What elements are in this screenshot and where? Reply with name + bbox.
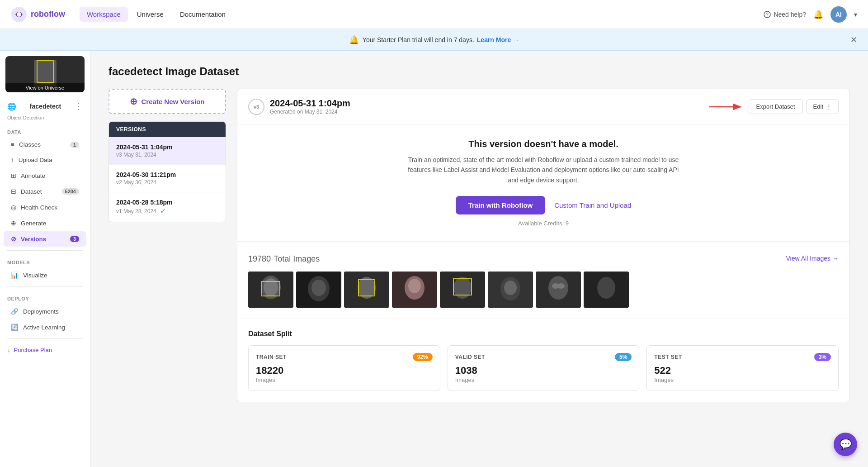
train-unit: Images: [256, 376, 433, 383]
view-on-universe-label[interactable]: View on Universe: [5, 83, 85, 92]
valid-unit: Images: [455, 376, 632, 383]
roboflow-logo-icon: [11, 6, 27, 23]
svg-point-17: [408, 279, 421, 293]
sidebar-item-annotate[interactable]: ⊞ Annotate: [4, 168, 86, 183]
split-cards: TRAIN SET 92% 18220 Images VALID SET 5%: [248, 345, 839, 391]
nav-workspace[interactable]: Workspace: [80, 7, 128, 22]
classes-icon: ≡: [11, 141, 14, 148]
images-grid: [248, 272, 839, 308]
nav-universe[interactable]: Universe: [130, 7, 171, 22]
train-with-roboflow-button[interactable]: Train with Roboflow: [456, 196, 546, 214]
sidebar-item-deployments[interactable]: 🔗 Deployments: [4, 304, 86, 319]
custom-train-link[interactable]: Custom Train and Upload: [554, 201, 631, 209]
svg-point-23: [504, 281, 517, 295]
data-section-label: Data: [0, 124, 90, 137]
version-item-2[interactable]: 2024-05-30 11:21pm v2 May 30, 2024: [109, 165, 226, 192]
sidebar-item-health-check[interactable]: ◎ Health Check: [4, 200, 86, 215]
svg-point-1: [17, 12, 21, 17]
image-thumb-8[interactable]: [584, 272, 629, 308]
chat-fab-button[interactable]: 💬: [834, 433, 857, 456]
image-thumb-3[interactable]: [344, 272, 389, 308]
nav-documentation[interactable]: Documentation: [173, 7, 233, 22]
sidebar-divider-3: [7, 338, 83, 339]
version-generated: Generated on May 31, 2024: [270, 109, 350, 115]
image-thumb-6[interactable]: [488, 272, 533, 308]
sidebar-item-versions[interactable]: ⊘ Versions 3: [4, 231, 86, 247]
nav-right: ? Need help? 🔔 AI ▾: [764, 6, 857, 23]
split-card-test: TEST SET 3% 522 Images: [646, 345, 839, 391]
plus-circle-icon: ⊕: [130, 96, 137, 107]
svg-point-13: [358, 277, 376, 299]
need-help-button[interactable]: ? Need help?: [764, 11, 806, 18]
version-2-sub: v2 May 30, 2024: [116, 179, 218, 186]
help-icon: ?: [764, 11, 771, 18]
image-thumb-5[interactable]: [440, 272, 485, 308]
project-name-text: facedetect: [30, 103, 61, 110]
learn-more-link[interactable]: Learn More →: [477, 36, 519, 43]
svg-text:?: ?: [766, 12, 769, 17]
svg-point-25: [548, 276, 568, 300]
image-thumb-4[interactable]: [392, 272, 437, 308]
create-new-version-button[interactable]: ⊕ Create New Version: [108, 89, 226, 114]
version-title-block: 2024-05-31 1:04pm Generated on May 31, 2…: [270, 98, 350, 115]
export-dataset-button[interactable]: Export Dataset: [749, 99, 803, 114]
sidebar-item-active-learning[interactable]: 🔄 Active Learning: [4, 319, 86, 335]
version-1-date: 2024-05-31 1:04pm: [116, 143, 218, 151]
version-3-sub: v1 May 28, 2024 ✓: [116, 207, 218, 215]
version-item-1[interactable]: 2024-05-31 1:04pm v3 May 31, 2024: [109, 137, 226, 165]
image-thumb-1[interactable]: [248, 272, 293, 308]
sidebar-divider-2: [7, 286, 83, 287]
view-all-images-link[interactable]: View All Images →: [786, 255, 839, 262]
no-model-section: This version doesn't have a model. Train…: [237, 124, 849, 242]
split-card-train: TRAIN SET 92% 18220 Images: [248, 345, 440, 391]
logo-text: roboflow: [31, 10, 65, 19]
sidebar-item-classes[interactable]: ≡ Classes 1: [4, 137, 86, 152]
active-learning-icon: 🔄: [11, 324, 19, 331]
project-type-label: Object Detection: [0, 115, 90, 124]
sidebar-item-upload[interactable]: ↑ Upload Data: [4, 152, 86, 167]
train-actions: Train with Roboflow Custom Train and Upl…: [248, 196, 839, 214]
valid-count: 1038: [455, 365, 632, 376]
edit-button[interactable]: Edit ⋮: [807, 99, 839, 114]
sidebar: View on Universe 🌐 facedetect ⋮ Object D…: [0, 51, 90, 467]
project-more-icon[interactable]: ⋮: [75, 101, 83, 111]
deploy-section-label: Deploy: [0, 291, 90, 303]
valid-card-header: VALID SET 5%: [455, 353, 632, 361]
health-check-icon: ◎: [11, 204, 16, 211]
version-title: 2024-05-31 1:04pm: [270, 98, 350, 109]
image-thumb-2[interactable]: [296, 272, 341, 308]
sidebar-item-generate[interactable]: ⊕ Generate: [4, 215, 86, 231]
image-thumb-7[interactable]: [536, 272, 581, 308]
version-3-check-icon: ✓: [160, 207, 166, 215]
sidebar-divider-1: [7, 250, 83, 251]
svg-point-11: [311, 280, 326, 296]
banner-close-button[interactable]: ✕: [850, 35, 857, 45]
split-card-valid: VALID SET 5% 1038 Images: [448, 345, 640, 391]
version-detail-panel: v3 2024-05-31 1:04pm Generated on May 31…: [237, 89, 850, 402]
sidebar-item-visualize[interactable]: 📊 Visualize: [4, 267, 86, 283]
avatar-chevron[interactable]: ▾: [854, 11, 857, 18]
purchase-plan-button[interactable]: ↓ Purchase Plan: [0, 343, 90, 357]
valid-badge: 5%: [615, 353, 632, 361]
version-actions: Export Dataset Edit ⋮: [709, 99, 839, 114]
annotate-icon: ⊞: [11, 172, 16, 179]
valid-label: VALID SET: [455, 354, 485, 360]
train-card-header: TRAIN SET 92%: [256, 353, 433, 361]
bell-alert-icon: 🔔: [349, 35, 359, 45]
avatar[interactable]: AI: [830, 6, 847, 23]
test-card-header: TEST SET 3%: [654, 353, 831, 361]
logo[interactable]: roboflow: [11, 6, 65, 23]
edit-more-icon[interactable]: ⋮: [826, 103, 832, 110]
app-body: View on Universe 🌐 facedetect ⋮ Object D…: [0, 51, 868, 467]
sidebar-item-dataset[interactable]: ⊟ Dataset 5204: [4, 184, 86, 199]
images-header: 19780 Total Images View All Images →: [248, 253, 839, 264]
project-thumbnail[interactable]: View on Universe: [5, 56, 85, 92]
notifications-icon[interactable]: 🔔: [813, 10, 823, 19]
version-item-3[interactable]: 2024-05-28 5:18pm v1 May 28, 2024 ✓: [109, 192, 226, 222]
top-navigation: roboflow Workspace Universe Documentatio…: [0, 0, 868, 29]
visualize-icon: 📊: [11, 272, 19, 279]
version-badge: v3: [248, 99, 264, 115]
globe-icon: 🌐: [7, 102, 16, 111]
versions-list-header: VERSIONS: [109, 122, 226, 137]
main-content: facedetect Image Dataset ⊕ Create New Ve…: [90, 51, 868, 467]
